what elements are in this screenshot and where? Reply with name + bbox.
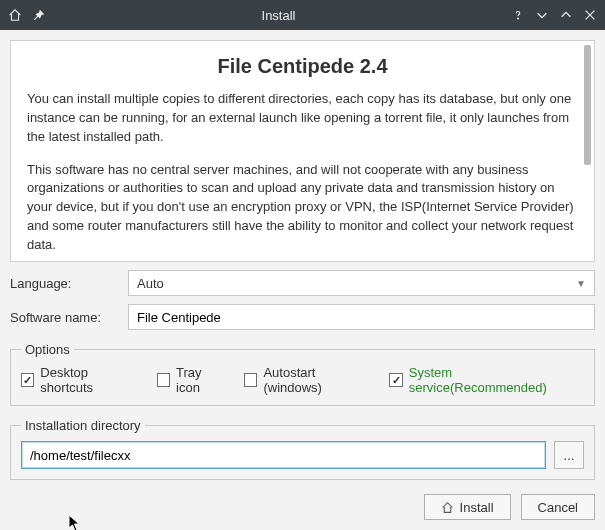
minimize-icon[interactable] bbox=[535, 8, 549, 22]
ellipsis-icon: ... bbox=[564, 448, 575, 463]
description-panel: File Centipede 2.4 You can install multi… bbox=[10, 40, 595, 262]
autostart-checkbox[interactable]: Autostart (windows) bbox=[244, 365, 371, 395]
software-name-input[interactable] bbox=[128, 304, 595, 330]
install-dir-legend: Installation directory bbox=[21, 418, 145, 433]
install-dir-input[interactable] bbox=[21, 441, 546, 469]
checkbox-icon bbox=[21, 373, 34, 387]
home-icon[interactable] bbox=[8, 8, 22, 22]
checkbox-icon bbox=[244, 373, 257, 387]
install-dir-group: Installation directory ... bbox=[10, 418, 595, 480]
cancel-button-label: Cancel bbox=[538, 500, 578, 515]
system-service-checkbox[interactable]: System service(Recommended) bbox=[389, 365, 584, 395]
autostart-label: Autostart (windows) bbox=[263, 365, 371, 395]
software-name-row: Software name: bbox=[10, 304, 595, 330]
pin-icon[interactable] bbox=[32, 8, 46, 22]
install-button[interactable]: Install bbox=[424, 494, 511, 520]
home-icon bbox=[441, 501, 454, 514]
language-row: Language: Auto ▼ bbox=[10, 270, 595, 296]
options-legend: Options bbox=[21, 342, 74, 357]
titlebar: Install bbox=[0, 0, 605, 30]
description-paragraph: You can install multiple copies to diffe… bbox=[27, 90, 578, 147]
cancel-button[interactable]: Cancel bbox=[521, 494, 595, 520]
tray-icon-label: Tray icon bbox=[176, 365, 226, 395]
desktop-shortcuts-label: Desktop shortcuts bbox=[40, 365, 138, 395]
button-row: Install Cancel bbox=[10, 494, 595, 520]
window-title: Install bbox=[46, 8, 511, 23]
language-label: Language: bbox=[10, 276, 120, 291]
chevron-down-icon: ▼ bbox=[576, 278, 586, 289]
language-value: Auto bbox=[137, 276, 164, 291]
help-icon[interactable] bbox=[511, 8, 525, 22]
maximize-icon[interactable] bbox=[559, 8, 573, 22]
app-title: File Centipede 2.4 bbox=[27, 55, 578, 78]
checkbox-icon bbox=[389, 373, 402, 387]
scrollbar-thumb[interactable] bbox=[584, 45, 591, 165]
desktop-shortcuts-checkbox[interactable]: Desktop shortcuts bbox=[21, 365, 139, 395]
checkbox-icon bbox=[157, 373, 170, 387]
svg-point-0 bbox=[517, 18, 518, 19]
language-select[interactable]: Auto ▼ bbox=[128, 270, 595, 296]
options-group: Options Desktop shortcuts Tray icon Auto… bbox=[10, 342, 595, 406]
description-paragraph: This software has no central server mach… bbox=[27, 161, 578, 255]
tray-icon-checkbox[interactable]: Tray icon bbox=[157, 365, 226, 395]
software-name-label: Software name: bbox=[10, 310, 120, 325]
mouse-cursor-icon bbox=[68, 514, 82, 530]
close-icon[interactable] bbox=[583, 8, 597, 22]
install-button-label: Install bbox=[460, 500, 494, 515]
system-service-label: System service(Recommended) bbox=[409, 365, 584, 395]
browse-button[interactable]: ... bbox=[554, 441, 584, 469]
content-area: File Centipede 2.4 You can install multi… bbox=[0, 30, 605, 530]
